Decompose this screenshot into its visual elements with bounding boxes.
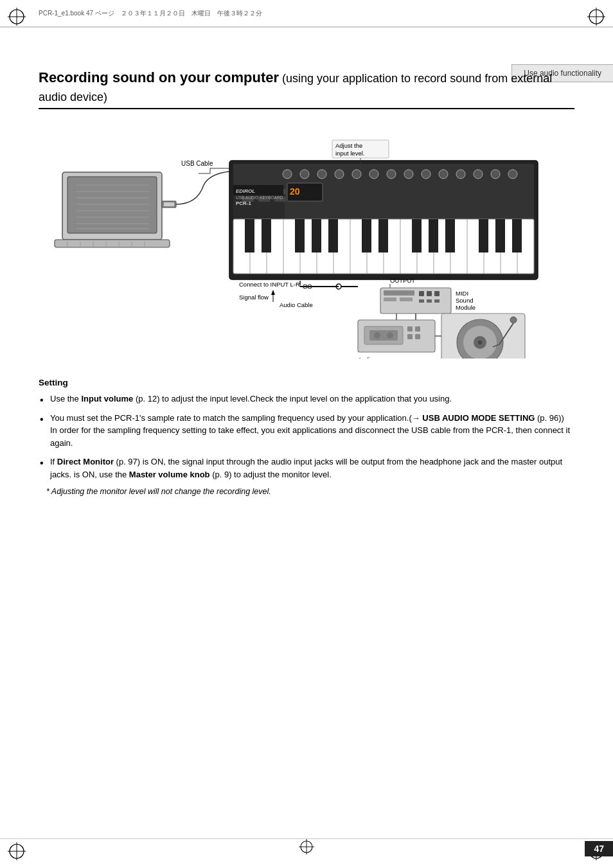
svg-text:USB AUDIO KEYBOARD: USB AUDIO KEYBOARD	[236, 195, 283, 200]
svg-rect-94	[495, 219, 505, 252]
svg-rect-127	[369, 330, 398, 341]
svg-rect-14	[55, 240, 170, 247]
svg-point-39	[300, 170, 309, 179]
svg-rect-114	[400, 297, 413, 301]
page-number: 47	[585, 841, 613, 856]
svg-point-49	[474, 170, 483, 179]
svg-rect-113	[384, 297, 396, 301]
svg-text:MIDI: MIDI	[456, 290, 468, 297]
svg-point-42	[352, 170, 361, 179]
svg-point-48	[456, 170, 465, 179]
svg-point-129	[387, 332, 393, 339]
usb-audio-mode-bold: USB AUDIO MODE SETTING	[422, 413, 535, 423]
svg-rect-83	[245, 219, 254, 252]
page-title: Recording sound on your computer (using …	[39, 69, 574, 109]
svg-rect-116	[427, 291, 432, 296]
content-area: Recording sound on your computer (using …	[39, 27, 574, 829]
master-volume-knob-bold: Master volume knob	[129, 470, 210, 479]
svg-rect-85	[295, 219, 305, 252]
svg-text:Module: Module	[456, 304, 475, 311]
svg-text:Signal flow: Signal flow	[239, 294, 269, 301]
file-info: PCR-1_e1.book 47 ページ ２０３年１１月２０日 木曜日 午後３時…	[39, 9, 574, 18]
svg-rect-87	[328, 219, 338, 252]
setting-section: Setting Use the Input volume (p. 12) to …	[39, 378, 574, 496]
svg-text:20: 20	[290, 186, 300, 197]
svg-rect-86	[312, 219, 321, 252]
svg-text:input level.: input level.	[335, 150, 364, 157]
svg-text:Sound: Sound	[456, 297, 473, 304]
svg-text:OUTPUT: OUTPUT	[390, 277, 415, 284]
svg-point-140	[478, 341, 482, 344]
setting-heading: Setting	[39, 378, 574, 387]
svg-rect-112	[384, 290, 414, 296]
svg-rect-89	[378, 219, 388, 252]
svg-rect-95	[512, 219, 522, 252]
svg-rect-93	[479, 219, 488, 252]
svg-text:Adjust the: Adjust the	[335, 142, 362, 149]
svg-rect-119	[427, 299, 432, 303]
svg-rect-133	[415, 334, 420, 339]
note-italic: * Adjusting the monitor level will not c…	[39, 487, 574, 496]
list-item: If Direct Monitor (p. 97) is ON, the sig…	[39, 456, 574, 481]
svg-rect-120	[434, 299, 440, 303]
svg-point-51	[508, 170, 517, 179]
svg-text:PCR-1: PCR-1	[236, 200, 252, 206]
diagram-svg: USB Cable	[39, 121, 574, 359]
svg-rect-130	[407, 326, 413, 332]
svg-point-47	[439, 170, 448, 179]
svg-point-46	[422, 170, 431, 179]
svg-rect-84	[262, 219, 271, 252]
svg-point-141	[510, 317, 517, 323]
svg-rect-92	[445, 219, 455, 252]
svg-rect-91	[429, 219, 438, 252]
svg-rect-88	[362, 219, 371, 252]
svg-rect-118	[419, 299, 424, 303]
svg-rect-35	[164, 202, 174, 206]
svg-text:USB Cable: USB Cable	[181, 160, 213, 167]
svg-text:Audio amp: Audio amp	[358, 356, 387, 359]
svg-text:Connect to INPUT L-R: Connect to INPUT L-R	[239, 281, 300, 288]
list-item: Use the Input volume (p. 12) to adjust t…	[39, 393, 574, 405]
direct-monitor-bold: Direct Monitor	[57, 457, 114, 466]
bullet-list: Use the Input volume (p. 12) to adjust t…	[39, 393, 574, 481]
svg-point-43	[369, 170, 378, 179]
svg-rect-115	[419, 291, 424, 296]
svg-rect-132	[407, 334, 413, 339]
svg-point-50	[491, 170, 500, 179]
bottom-center-mark	[299, 839, 314, 856]
diagram-area: USB Cable	[39, 121, 574, 359]
svg-rect-90	[412, 219, 422, 252]
page: PCR-1_e1.book 47 ページ ２０３年１１月２０日 木曜日 午後３時…	[0, 0, 613, 868]
svg-point-40	[317, 170, 326, 179]
svg-marker-102	[271, 290, 275, 295]
list-item: You must set the PCR-1's sample rate to …	[39, 412, 574, 450]
svg-rect-117	[434, 291, 440, 296]
svg-point-44	[387, 170, 396, 179]
svg-point-128	[374, 332, 380, 339]
svg-rect-131	[415, 326, 420, 332]
input-volume-bold: Input volume	[81, 394, 133, 403]
heading-bold: Recording sound on your computer	[39, 69, 279, 85]
svg-text:EDIROL: EDIROL	[236, 188, 255, 194]
svg-text:Audio Cable: Audio Cable	[280, 301, 313, 308]
svg-point-38	[283, 170, 292, 179]
header-strip: PCR-1_e1.book 47 ページ ２０３年１１月２０日 木曜日 午後３時…	[0, 0, 613, 27]
corner-mark-bl	[8, 842, 26, 860]
svg-point-41	[335, 170, 344, 179]
svg-point-45	[404, 170, 413, 179]
